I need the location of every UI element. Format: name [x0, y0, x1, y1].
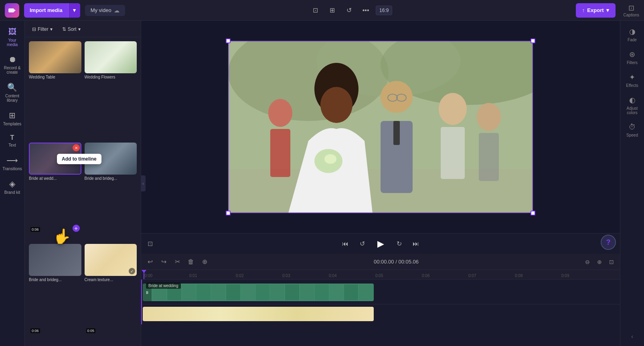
panel-collapse-handle[interactable]: ‹: [141, 175, 146, 191]
filters-label: Filters: [627, 60, 638, 65]
adjust-colors-icon: ◐: [629, 96, 636, 105]
list-item[interactable]: ✓ 0:05 Cream texture...: [85, 244, 137, 342]
ruler-mark-7: 0:07: [468, 274, 476, 278]
play-button[interactable]: ▶: [373, 236, 388, 251]
wedding-scene-svg: [228, 41, 533, 213]
cream-texture-duration: 0:05: [86, 328, 96, 333]
skip-forward-button[interactable]: ⏭: [410, 238, 422, 250]
filter-button[interactable]: ⊟ Filter ▾: [29, 25, 56, 34]
forward-5s-button[interactable]: ↻: [393, 238, 405, 250]
crop-tool-button[interactable]: ⊡: [308, 4, 322, 17]
right-sidebar-collapse[interactable]: ‹: [628, 330, 636, 343]
ratio-badge: 16:9: [376, 6, 392, 15]
bride-brideg2-duration: 0:06: [30, 328, 40, 333]
wedding-photo: [228, 41, 533, 213]
filter-label: Filter: [38, 26, 49, 32]
cloud-icon: ☁: [114, 7, 119, 14]
list-item[interactable]: Wedding Flowers: [85, 41, 137, 139]
right-sidebar: ◑ Fade ⊛ Filters ✦ Effects ◐ Adjust colo…: [620, 21, 644, 346]
selection-handle-top-left[interactable]: [226, 38, 231, 43]
list-item[interactable]: Wedding Table: [29, 41, 81, 139]
back-5s-button[interactable]: ↺: [356, 238, 368, 250]
zoom-in-button[interactable]: ⊕: [594, 257, 605, 267]
subtitle-icon[interactable]: ⊡: [148, 240, 153, 247]
video-frame: [228, 41, 533, 213]
fade-icon: ◑: [629, 27, 636, 36]
selection-handle-top-right[interactable]: [531, 38, 535, 43]
delete-media-button[interactable]: ✕: [73, 144, 80, 151]
sidebar-item-transitions[interactable]: ⟶ Transitions: [1, 152, 24, 174]
selection-handle-bottom-right[interactable]: [531, 211, 535, 215]
transitions-icon: ⟶: [6, 155, 18, 165]
clip-frame: [226, 284, 240, 300]
ruler-mark-2: 0:02: [236, 274, 243, 278]
speed-tool[interactable]: ⏱ Speed: [621, 120, 644, 141]
cut-button[interactable]: ✂: [172, 256, 183, 268]
filters-tool[interactable]: ⊛ Filters: [621, 47, 644, 68]
bride-brideg1-label: Bride and brideg...: [85, 176, 137, 181]
sidebar-item-content-library[interactable]: 🔍 Content library: [1, 79, 24, 106]
add-to-timeline-button[interactable]: +: [73, 225, 80, 232]
content-library-icon: 🔍: [7, 82, 17, 92]
preview-container: [141, 21, 620, 233]
my-video-tab[interactable]: My video ☁: [85, 5, 125, 16]
selection-handle-bottom-left[interactable]: [226, 211, 231, 215]
add-timeline-tooltip-text: Add to timeline: [62, 156, 97, 162]
record-create-icon: ⏺: [8, 55, 16, 64]
audio-clip[interactable]: [143, 307, 374, 321]
thumb-cream-texture: ✓: [85, 244, 137, 276]
rotate-tool-button[interactable]: ↺: [342, 4, 356, 17]
thumb-wedding-flowers: [85, 41, 137, 73]
sidebar-item-your-media[interactable]: 🖼 Your media: [1, 24, 24, 50]
video-preview: [228, 41, 533, 213]
adjust-colors-tool[interactable]: ◐ Adjust colors: [621, 93, 644, 118]
list-item[interactable]: 0:06 Bride and brideg...: [29, 244, 81, 342]
ruler-mark-6: 0:06: [422, 274, 429, 278]
list-item[interactable]: 0:06 ✕ + Bride at wedd... Add to timelin…: [29, 143, 81, 241]
add-media-button[interactable]: ⊕: [199, 256, 210, 268]
redo-button[interactable]: ↪: [158, 256, 169, 268]
captions-label: Captions: [624, 13, 639, 17]
export-icon: ↑: [582, 7, 585, 13]
effects-tool[interactable]: ✦ Effects: [621, 70, 644, 91]
export-button[interactable]: ↑ Export ▾: [576, 3, 616, 18]
svg-rect-22: [479, 133, 499, 181]
clip-frame: [300, 284, 314, 300]
sort-button[interactable]: ⇅ Sort ▾: [59, 25, 84, 34]
ruler-mark-5: 0:05: [375, 274, 383, 278]
sort-dropdown-icon: ▾: [78, 26, 81, 32]
fade-tool[interactable]: ◑ Fade: [621, 24, 644, 45]
sidebar-item-record-create[interactable]: ⏺ Record & create: [1, 52, 24, 78]
fit-tool-button[interactable]: ⊞: [325, 4, 339, 17]
svg-point-8: [320, 87, 352, 123]
sidebar-item-text[interactable]: T Text: [1, 131, 24, 151]
add-to-timeline-tooltip: Add to timeline: [57, 154, 101, 164]
delete-button[interactable]: 🗑: [185, 256, 196, 268]
more-tools-button[interactable]: •••: [359, 4, 373, 17]
export-arrow-icon: ▾: [606, 7, 609, 13]
captions-button[interactable]: ⊡ Captions: [624, 4, 639, 17]
video-track-row: Bride at wedding ⏸: [143, 280, 620, 304]
clip-frame: [241, 284, 255, 300]
fit-timeline-button[interactable]: ⊡: [606, 257, 617, 267]
sidebar-item-transitions-label: Transitions: [2, 167, 22, 171]
sidebar-item-text-label: Text: [8, 143, 16, 147]
sidebar-item-templates[interactable]: ⊞ Templates: [1, 107, 24, 129]
undo-button[interactable]: ↩: [144, 256, 156, 268]
zoom-out-button[interactable]: ⊖: [582, 257, 593, 267]
import-dropdown-arrow[interactable]: ▾: [68, 3, 80, 18]
ruler-mark-0: |0:00: [144, 274, 152, 278]
export-label: Export: [587, 7, 603, 13]
app-logo: [5, 3, 19, 18]
audio-track-row: [143, 304, 620, 324]
timeline-playhead-line: [141, 280, 142, 324]
cream-texture-label: Cream texture...: [85, 278, 137, 282]
tracks-body: Bride at wedding ⏸: [141, 280, 620, 324]
timeline: ↩ ↪ ✂ 🗑 ⊕ 00:00.00 / 00:05.06 ⊖ ⊕ ⊡ |0:0…: [141, 254, 620, 346]
help-button[interactable]: ?: [601, 235, 616, 250]
sidebar-item-brand-kit[interactable]: ◈ Brand kit: [1, 176, 24, 198]
filters-icon: ⊛: [629, 50, 635, 59]
skip-back-button[interactable]: ⏮: [339, 238, 351, 250]
import-media-button[interactable]: Import media ▾: [24, 3, 80, 18]
brand-kit-icon: ◈: [9, 179, 15, 189]
